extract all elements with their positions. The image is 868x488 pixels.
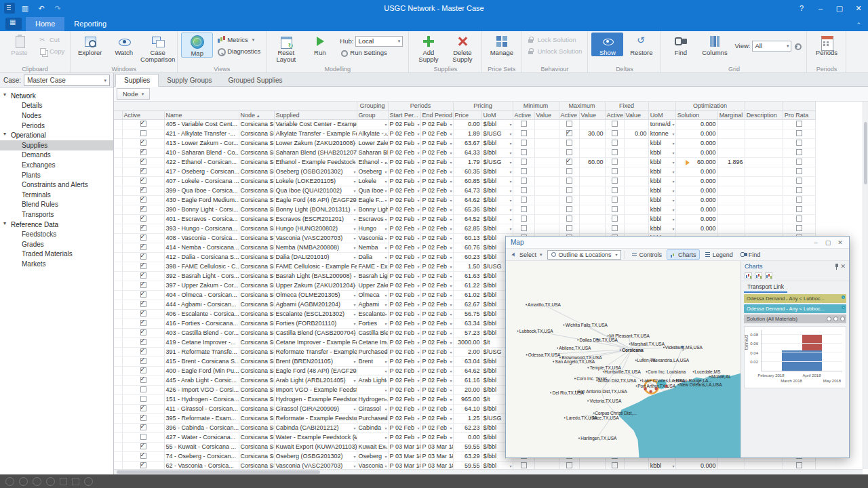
min-value-cell[interactable] — [534, 461, 559, 469]
name-cell[interactable]: 417 - Oseberg - Corsican... — [164, 167, 239, 176]
max-value-cell[interactable] — [579, 205, 605, 214]
description-cell[interactable] — [745, 167, 783, 176]
node-cell[interactable]: Corsicana Supply — [239, 404, 274, 413]
fixed-active-checkbox[interactable] — [612, 178, 618, 184]
min-active-checkbox[interactable] — [521, 225, 527, 231]
supplied-cell[interactable]: Vasconia (VASC200703) — [274, 461, 357, 469]
marginal-cell[interactable]: 1.896 — [717, 157, 745, 167]
group-cell[interactable]: FAME - Ex... — [357, 262, 388, 271]
fixed-active-checkbox[interactable] — [612, 159, 618, 165]
node-cell[interactable]: Corsicana Supply — [239, 271, 274, 281]
price-uom-cell[interactable]: $/bbl — [481, 138, 513, 148]
marginal-cell[interactable] — [717, 195, 745, 205]
row-selector-cell[interactable] — [114, 413, 122, 423]
active-checkbox[interactable] — [140, 405, 146, 411]
start-period-cell[interactable]: P 02 Feb — [388, 119, 420, 129]
end-period-cell[interactable]: P 02 Feb — [420, 129, 453, 138]
row-selector-cell[interactable] — [114, 129, 122, 138]
row-selector-cell[interactable] — [114, 451, 122, 461]
row-selector-cell[interactable] — [114, 300, 122, 309]
fixed-active-cell[interactable] — [605, 224, 624, 233]
supplied-cell[interactable]: Reformate Transfer - Example... — [274, 347, 357, 357]
end-period-cell[interactable]: P 02 Feb — [420, 404, 453, 413]
min-active-cell[interactable] — [513, 461, 534, 469]
active-checkbox[interactable] — [140, 301, 146, 307]
tree-item[interactable]: Grades — [0, 239, 113, 249]
column-header-price-uom[interactable]: UoM — [481, 110, 513, 119]
start-period-cell[interactable]: P 02 Feb — [388, 195, 420, 205]
min-value-cell[interactable] — [534, 224, 559, 233]
description-cell[interactable] — [745, 176, 783, 186]
hub-select[interactable]: Local — [355, 36, 403, 47]
ribbon-tab[interactable]: Reporting — [64, 17, 116, 31]
row-selector-cell[interactable] — [114, 357, 122, 366]
max-active-checkbox[interactable] — [566, 149, 572, 155]
marginal-cell[interactable] — [717, 148, 745, 157]
solution-cell[interactable]: 0.000 — [675, 176, 717, 186]
max-value-cell[interactable] — [579, 167, 605, 176]
name-cell[interactable]: 400 - Eagle Ford (Min Pu... — [164, 366, 239, 375]
uom-cell[interactable]: kbbl — [648, 214, 675, 224]
pro-rata-checkbox[interactable] — [796, 178, 802, 184]
group-cell[interactable]: Vasconia — [357, 461, 388, 469]
end-period-cell[interactable]: P 02 Feb — [420, 262, 453, 271]
group-cell[interactable] — [357, 432, 388, 442]
start-period-cell[interactable]: P 02 Feb — [388, 129, 420, 138]
name-cell[interactable]: 392 - Basrah Light - Cors... — [164, 271, 239, 281]
name-cell[interactable]: 397 - Upper Zakum - Cor... — [164, 281, 239, 290]
lock-solution-button[interactable]: Lock Solution — [525, 35, 584, 45]
name-cell[interactable]: 413 - Lower Zakum - Cor... — [164, 138, 239, 148]
row-selector-cell[interactable] — [114, 262, 122, 271]
supplied-cell[interactable]: Oseberg (OSBG201302) — [274, 167, 357, 176]
active-checkbox[interactable] — [140, 348, 146, 354]
group-header-maximum[interactable]: Maximum — [559, 102, 605, 110]
table-row[interactable]: 62 - Vasconia - Corsica... Corsicana Sup… — [114, 461, 815, 469]
min-value-cell[interactable] — [534, 214, 559, 224]
node-cell[interactable]: Corsicana Supply — [239, 290, 274, 300]
price-cell[interactable]: 64.52 — [453, 214, 481, 224]
active-cell[interactable] — [122, 176, 164, 186]
active-checkbox[interactable] — [140, 434, 146, 440]
pro-rata-cell[interactable] — [783, 195, 815, 205]
name-cell[interactable]: 408 - Vasconia - Corsica... — [164, 233, 239, 243]
start-period-cell[interactable]: P 02 Feb — [388, 262, 420, 271]
fixed-value-cell[interactable] — [624, 224, 648, 233]
uom-cell[interactable]: kbbl — [648, 167, 675, 176]
active-checkbox[interactable] — [140, 263, 146, 269]
table-row[interactable]: 407 - Lokele - Corsicana ... Corsicana S… — [114, 176, 815, 186]
description-cell[interactable] — [745, 186, 783, 195]
name-cell[interactable]: 407 - Lokele - Corsicana ... — [164, 176, 239, 186]
price-cell[interactable]: 61.16 — [453, 375, 481, 385]
supplied-cell[interactable]: Variable Cost Center - Exampl... — [274, 119, 357, 129]
group-cell[interactable]: Upper Zakum — [357, 281, 388, 290]
max-active-checkbox[interactable] — [566, 216, 572, 222]
group-cell[interactable]: Brent — [357, 357, 388, 366]
solution-cell[interactable]: 60.000 — [675, 157, 717, 167]
uom-cell[interactable]: kbbl — [648, 461, 675, 469]
marginal-cell[interactable] — [717, 461, 745, 469]
delete-supply-button[interactable]: Delete Supply — [446, 33, 478, 64]
active-cell[interactable] — [122, 385, 164, 394]
reset-layout-button[interactable]: Reset Layout — [270, 33, 302, 64]
pan-icon[interactable] — [5, 477, 14, 486]
active-cell[interactable] — [122, 432, 164, 442]
column-header-min-value[interactable]: Value — [534, 110, 559, 119]
end-period-cell[interactable]: P 02 Feb — [420, 214, 453, 224]
end-period-cell[interactable]: P 02 Feb — [420, 319, 453, 328]
end-period-cell[interactable]: P 02 Feb — [420, 157, 453, 167]
active-cell[interactable] — [122, 366, 164, 375]
tree-item[interactable]: Terminals — [0, 190, 113, 200]
price-cell[interactable]: 64.73 — [453, 186, 481, 195]
table-row[interactable]: 417 - Oseberg - Corsican... Corsicana Su… — [114, 167, 815, 176]
price-cell[interactable]: 2.00 — [453, 347, 481, 357]
marginal-cell[interactable] — [717, 129, 745, 138]
run-button[interactable]: Run — [304, 33, 336, 56]
column-header-fixed-active[interactable]: Active — [605, 110, 624, 119]
node-cell[interactable]: Corsicana Supply — [239, 243, 274, 252]
map-close-icon[interactable] — [836, 239, 844, 246]
price-uom-cell[interactable]: $/bbl — [481, 186, 513, 195]
tab-transport-link[interactable]: Transport Link — [744, 283, 787, 293]
fixed-value-cell[interactable] — [624, 138, 648, 148]
view-select[interactable]: All — [752, 41, 791, 52]
description-cell[interactable] — [745, 119, 783, 129]
